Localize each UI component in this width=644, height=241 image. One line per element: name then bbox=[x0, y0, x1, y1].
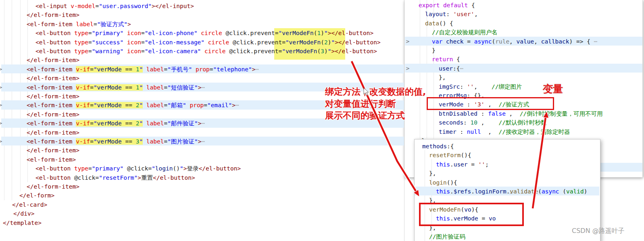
indent-guide bbox=[4, 0, 4, 200]
red-box-vermodefn-method bbox=[419, 203, 524, 226]
indent-guide bbox=[425, 150, 425, 241]
annotation-variable-label: 变量 bbox=[543, 83, 563, 95]
indent-guide bbox=[12, 0, 12, 200]
indent-guide bbox=[434, 0, 434, 139]
indent-guide bbox=[20, 0, 21, 191]
annotation-note-line: 对变量值进行判断 bbox=[325, 98, 426, 110]
indent-guide bbox=[431, 159, 432, 241]
highlighted-line-sliver bbox=[600, 163, 642, 172]
screenshot-root: <el-input v-model="user.password"></el-i… bbox=[0, 0, 644, 241]
annotation-note-line: 绑定方法，改变数据的值, bbox=[325, 86, 426, 98]
annotation-note: 绑定方法，改变数据的值, 对变量值进行判断 展示不同的验证方式 bbox=[325, 86, 426, 122]
indent-guide bbox=[27, 0, 28, 182]
folded-ellipsis: … bbox=[510, 191, 513, 195]
yellow-highlight-block bbox=[274, 28, 345, 60]
watermark: CSDN @路遥叶子 bbox=[572, 227, 625, 235]
annotation-note-line: 展示不同的验证方式 bbox=[325, 110, 426, 122]
indent-guide bbox=[427, 0, 427, 139]
red-box-vermode-variable bbox=[427, 97, 554, 110]
